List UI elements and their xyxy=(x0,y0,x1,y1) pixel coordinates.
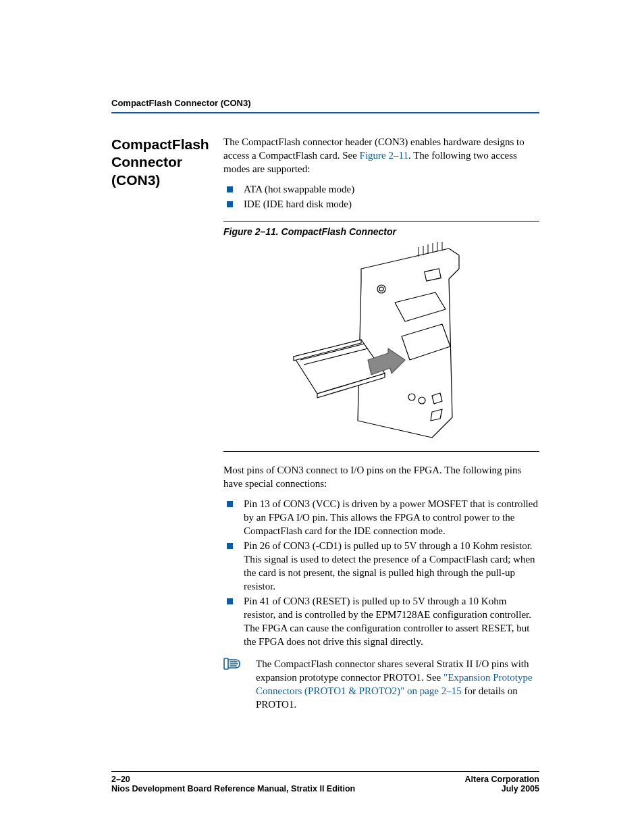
pin-item: Pin 13 of CON3 (VCC) is driven by a powe… xyxy=(223,498,539,538)
svg-point-12 xyxy=(408,394,415,400)
footer-date: July 2005 xyxy=(465,784,539,793)
mode-item: IDE (IDE hard disk mode) xyxy=(223,198,539,211)
note-text: The CompactFlash connector shares severa… xyxy=(256,658,539,712)
compactflash-diagram-icon xyxy=(280,242,483,444)
figure-caption: Figure 2–11. CompactFlash Connector xyxy=(223,226,539,238)
page-footer: 2–20 Nios Development Board Reference Ma… xyxy=(111,771,539,793)
svg-rect-22 xyxy=(224,658,228,669)
figure-link[interactable]: Figure 2–11 xyxy=(360,150,408,161)
mode-item: ATA (hot swappable mode) xyxy=(223,183,539,197)
note-hand-icon xyxy=(223,658,241,712)
figure-rule-bottom xyxy=(223,451,539,452)
figure-illustration xyxy=(223,242,539,444)
pin-item: Pin 41 of CON3 (RESET) is pulled up to 5… xyxy=(223,595,539,649)
running-header: CompactFlash Connector (CON3) xyxy=(111,98,539,113)
footer-company: Altera Corporation xyxy=(465,775,539,784)
footer-manual-title: Nios Development Board Reference Manual,… xyxy=(111,784,355,793)
pins-intro: Most pins of CON3 connect to I/O pins on… xyxy=(223,464,539,491)
pin-item: Pin 26 of CON3 (-CD1) is pulled up to 5V… xyxy=(223,540,539,594)
svg-point-13 xyxy=(419,397,425,404)
figure-rule-top xyxy=(223,221,539,221)
intro-paragraph: The CompactFlash connector header (CON3)… xyxy=(223,136,539,176)
section-heading: CompactFlash Connector (CON3) xyxy=(111,136,205,189)
footer-page-number: 2–20 xyxy=(111,775,355,784)
svg-point-11 xyxy=(379,287,383,291)
